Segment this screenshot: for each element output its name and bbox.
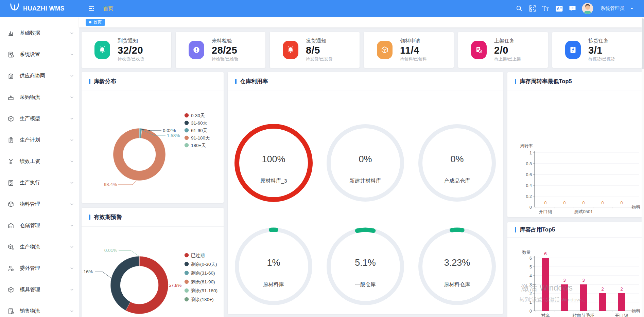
bell-icon <box>94 41 110 59</box>
stat-card-1[interactable]: 到货通知32/20待收货/已收货 <box>82 32 171 68</box>
utilization-rings-chart[interactable]: 100%原材料库_30%新建井材料库0%产成品仓库1%原材料库5.1%一般仓库3… <box>228 91 503 314</box>
stat-card-3[interactable]: 发货通知8/5待发货/已发货 <box>270 32 360 68</box>
svg-text:5: 5 <box>529 265 532 269</box>
svg-text:A: A <box>557 6 560 11</box>
sidebar-item-12[interactable]: 委外管理 <box>0 258 79 279</box>
logo[interactable]: HUAZHI WMS <box>0 3 79 14</box>
font-size-icon[interactable] <box>542 5 550 12</box>
stat-card-4[interactable]: 领料申请11/4待领料/已领料 <box>364 32 454 68</box>
cube-arrow-icon <box>7 243 15 251</box>
stat-title: 拣货任务 <box>588 38 609 44</box>
chevron-down-icon <box>70 52 74 57</box>
chevron-down-icon <box>70 116 74 121</box>
svg-text:0: 0 <box>582 201 585 205</box>
user-name[interactable]: 系统管理员 <box>601 5 624 12</box>
svg-text:转到“设置”以激活 Windows。: 转到“设置”以激活 Windows。 <box>519 297 588 302</box>
tag-home[interactable]: 首页 <box>86 19 105 26</box>
avatar[interactable] <box>582 3 593 14</box>
sidebar-menu: 基础数据系统设置供应商协同采购物流生产模型生产计划绩效工资生产执行物料管理仓储管… <box>0 17 79 317</box>
card-stock-age: 库龄分布 0.02%1.58%98.4%0-30天31-60天61-90天91-… <box>82 72 224 203</box>
card-expiry: 有效期预警 0.01%.16%57.8%已过期剩余(0-30天)剩余(31-60… <box>82 208 224 317</box>
sidebar-item-7[interactable]: 绩效工资 <box>0 151 79 172</box>
svg-text:0: 0 <box>563 201 566 205</box>
search-icon[interactable] <box>516 5 523 12</box>
vertical-scrollbar[interactable] <box>642 17 644 317</box>
svg-text:0: 0 <box>602 201 604 205</box>
stat-title: 领料申请 <box>400 38 420 44</box>
svg-text:剩余(0-30天): 剩余(0-30天) <box>191 262 217 267</box>
svg-text:开口销: 开口销 <box>615 313 628 317</box>
svg-text:物料: 物料 <box>631 309 641 313</box>
sidebar-item-label: 物料管理 <box>20 201 70 207</box>
stat-title: 到货通知 <box>118 38 138 44</box>
svg-text:5.1%: 5.1% <box>355 258 376 268</box>
stat-card-6[interactable]: 拣货任务3/1待拣货/已拣货 <box>552 32 642 68</box>
title-accent-bar <box>515 79 516 84</box>
svg-text:98.4%: 98.4% <box>104 182 117 187</box>
svg-text:剩余(31-60): 剩余(31-60) <box>191 271 215 276</box>
chevron-down-icon <box>70 245 74 249</box>
chevron-down-icon <box>70 95 74 99</box>
scrollbar-thumb[interactable] <box>642 18 644 69</box>
svg-text:开口销: 开口销 <box>539 209 552 214</box>
card-title-expiry: 有效期预警 <box>94 213 122 221</box>
svg-text:新建井材料库: 新建井材料库 <box>350 178 381 184</box>
cube-icon <box>7 115 15 123</box>
stat-card-5[interactable]: 上架任务2/0待上架/已上架 <box>458 32 548 68</box>
sidebar-item-10[interactable]: 仓储管理 <box>0 215 79 236</box>
chevron-down-icon <box>70 223 74 228</box>
sidebar-item-label: 系统设置 <box>20 51 70 58</box>
svg-text:1%: 1% <box>267 258 280 268</box>
tag-active-dot <box>89 21 91 23</box>
stat-subtitle: 待拣货/已拣货 <box>588 56 615 62</box>
import-box-icon <box>7 93 15 101</box>
fullscreen-icon[interactable] <box>529 5 536 12</box>
stat-value: 11/4 <box>400 45 419 55</box>
sidebar-item-14[interactable]: 销售物流 <box>0 300 79 317</box>
svg-text:6: 6 <box>529 256 532 261</box>
expiry-donut-chart[interactable]: 0.01%.16%57.8%已过期剩余(0-30天)剩余(31-60)剩余(61… <box>82 227 224 317</box>
warehouse-icon <box>7 222 15 230</box>
translate-icon[interactable]: A文 <box>555 5 563 12</box>
stat-card-2[interactable]: 来料检验28/25待检验/已检验 <box>176 32 265 68</box>
document-gear-icon <box>7 307 15 315</box>
svg-text:0.8: 0.8 <box>526 162 532 166</box>
doc-bolt-icon <box>565 41 581 59</box>
chevron-down-icon[interactable] <box>630 7 634 11</box>
sidebar-item-2[interactable]: 系统设置 <box>0 44 79 65</box>
card-utilization: 仓库利用率 100%原材料库_30%新建井材料库0%产成品仓库1%原材料库5.1… <box>228 72 503 314</box>
sidebar-item-label: 生产模型 <box>20 115 70 122</box>
tagbar: 首页 <box>79 17 642 27</box>
sidebar-item-8[interactable]: 生产执行 <box>0 172 79 193</box>
sidebar-item-9[interactable]: 物料管理 <box>0 193 79 215</box>
sidebar-item-11[interactable]: 生产物流 <box>0 236 79 258</box>
sidebar-item-6[interactable]: 生产计划 <box>0 129 79 151</box>
capacity-bar-chart[interactable]: 012345663322衬套转向节毛坯开口销数量物料激活 Windows转到“设… <box>507 239 642 317</box>
title-accent-bar <box>89 79 90 84</box>
sidebar-item-1[interactable]: 基础数据 <box>0 22 79 44</box>
turnover-line-chart[interactable]: 00.20.40.60.8100000开口销测试0501周转率物料 <box>507 91 642 217</box>
stock-age-donut-chart[interactable]: 0.02%1.58%98.4%0-30天31-60天61-90天91-180天1… <box>82 91 224 203</box>
box-icon <box>377 41 393 59</box>
nav-item-home[interactable]: 首页 <box>103 5 113 12</box>
svg-text:文: 文 <box>560 6 562 9</box>
card-title-turnover: 库存周转率最低Top5 <box>520 78 572 85</box>
stat-value: 2/0 <box>494 45 508 55</box>
svg-text:3: 3 <box>563 278 566 283</box>
sidebar-item-label: 绩效工资 <box>20 158 70 165</box>
sidebar-item-5[interactable]: 生产模型 <box>0 108 79 129</box>
cube-icon <box>7 200 15 208</box>
svg-text:100%: 100% <box>262 154 285 164</box>
svg-text:3: 3 <box>582 278 585 283</box>
svg-text:31-60天: 31-60天 <box>191 120 207 126</box>
sidebar-collapse-icon[interactable] <box>88 5 95 12</box>
sidebar-item-label: 供应商协同 <box>20 73 70 79</box>
message-icon[interactable] <box>569 5 576 12</box>
svg-text:衬套: 衬套 <box>541 313 550 317</box>
clipboard-icon <box>7 136 15 144</box>
sidebar-item-4[interactable]: 采购物流 <box>0 87 79 108</box>
sidebar-item-13[interactable]: 模具管理 <box>0 279 79 300</box>
title-accent-bar <box>89 215 90 220</box>
sidebar-item-3[interactable]: 供应商协同 <box>0 65 79 87</box>
document-gear-icon <box>7 51 15 59</box>
